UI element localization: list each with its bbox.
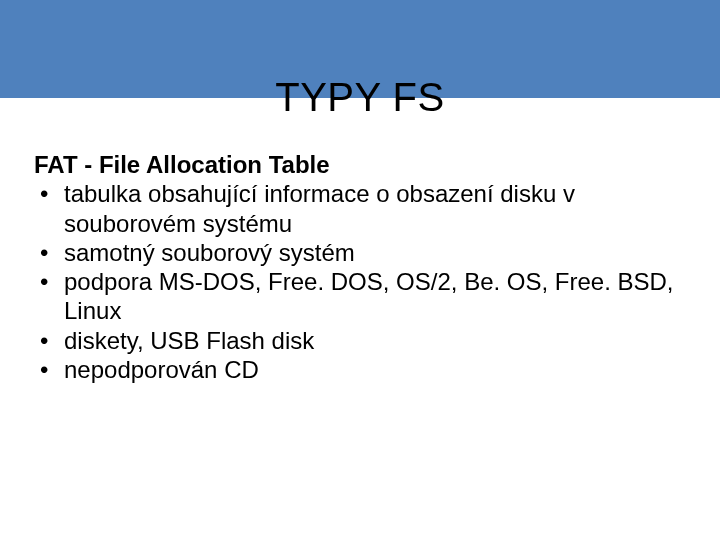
list-item: podpora MS-DOS, Free. DOS, OS/2, Be. OS,… [34,267,674,326]
list-item: tabulka obsahující informace o obsazení … [34,179,674,238]
content-area: FAT - File Allocation Table tabulka obsa… [34,150,674,384]
slide: TYPY FS FAT - File Allocation Table tabu… [0,0,720,540]
list-item: diskety, USB Flash disk [34,326,674,355]
bullet-list: tabulka obsahující informace o obsazení … [34,179,674,384]
list-item: nepodporován CD [34,355,674,384]
list-item: samotný souborový systém [34,238,674,267]
subtitle: FAT - File Allocation Table [34,150,674,179]
slide-title: TYPY FS [0,75,720,120]
